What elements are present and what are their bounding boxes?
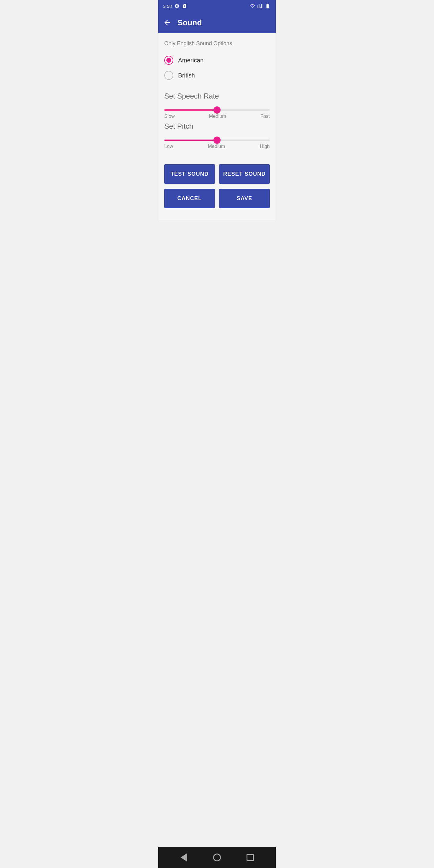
- radio-item-british[interactable]: British: [164, 68, 270, 83]
- speech-rate-slider-container: Slow Medium Fast: [164, 110, 270, 119]
- signal-icon: [257, 3, 262, 9]
- speech-rate-min-label: Slow: [164, 114, 175, 119]
- reset-sound-button[interactable]: RESET SOUND: [219, 164, 270, 184]
- wifi-icon: [249, 3, 255, 9]
- radio-american-outer: [164, 56, 173, 65]
- button-row-2: CANCEL SAVE: [164, 189, 270, 208]
- speech-rate-fill: [164, 110, 217, 111]
- page-title: Sound: [178, 18, 202, 27]
- radio-item-american[interactable]: American: [164, 53, 270, 68]
- pitch-section: Set Pitch Low Medium High: [164, 122, 270, 149]
- pitch-track: [164, 140, 270, 141]
- radio-british-label: British: [178, 72, 195, 79]
- cancel-button[interactable]: CANCEL: [164, 189, 215, 208]
- status-bar: 3:58: [158, 0, 276, 12]
- pitch-title: Set Pitch: [164, 122, 270, 130]
- recents-square-icon: [247, 854, 254, 861]
- sound-options-radio-group: American British: [164, 53, 270, 83]
- test-sound-button[interactable]: TEST SOUND: [164, 164, 215, 184]
- nav-back-button[interactable]: [178, 851, 190, 864]
- speech-rate-thumb[interactable]: [213, 106, 221, 114]
- speech-rate-max-label: Fast: [260, 114, 270, 119]
- pitch-fill: [164, 140, 217, 141]
- back-arrow-icon: [163, 19, 172, 27]
- nav-recents-button[interactable]: [244, 851, 256, 864]
- home-circle-icon: [213, 854, 221, 861]
- status-bar-left: 3:58: [163, 3, 187, 9]
- sound-options-label: Only English Sound Options: [164, 40, 270, 47]
- speech-rate-mid-label: Medium: [209, 114, 226, 119]
- pitch-mid-label: Medium: [208, 144, 225, 149]
- pitch-min-label: Low: [164, 144, 173, 149]
- radio-british-outer: [164, 71, 173, 80]
- back-triangle-icon: [181, 853, 187, 862]
- app-bar: Sound: [158, 12, 276, 33]
- status-bar-right: [249, 3, 271, 9]
- back-button[interactable]: [163, 19, 172, 27]
- bottom-nav-bar: [158, 847, 276, 868]
- battery-icon: [264, 3, 271, 9]
- nav-home-button[interactable]: [211, 851, 223, 864]
- button-row-1: TEST SOUND RESET SOUND: [164, 164, 270, 184]
- save-button[interactable]: SAVE: [219, 189, 270, 208]
- pitch-thumb[interactable]: [213, 136, 221, 144]
- speech-rate-section: Set Speech Rate Slow Medium Fast: [164, 92, 270, 119]
- speech-rate-track: [164, 110, 270, 111]
- pitch-max-label: High: [260, 144, 270, 149]
- speech-rate-labels: Slow Medium Fast: [164, 114, 270, 119]
- speech-rate-title: Set Speech Rate: [164, 92, 270, 100]
- gear-icon: [174, 3, 180, 9]
- content-area: Only English Sound Options American Brit…: [158, 33, 276, 220]
- pitch-slider-container: Low Medium High: [164, 140, 270, 149]
- radio-american-inner: [166, 58, 171, 63]
- pitch-labels: Low Medium High: [164, 144, 270, 149]
- sim-icon: [182, 3, 187, 9]
- radio-american-label: American: [178, 57, 204, 64]
- time-display: 3:58: [163, 4, 172, 9]
